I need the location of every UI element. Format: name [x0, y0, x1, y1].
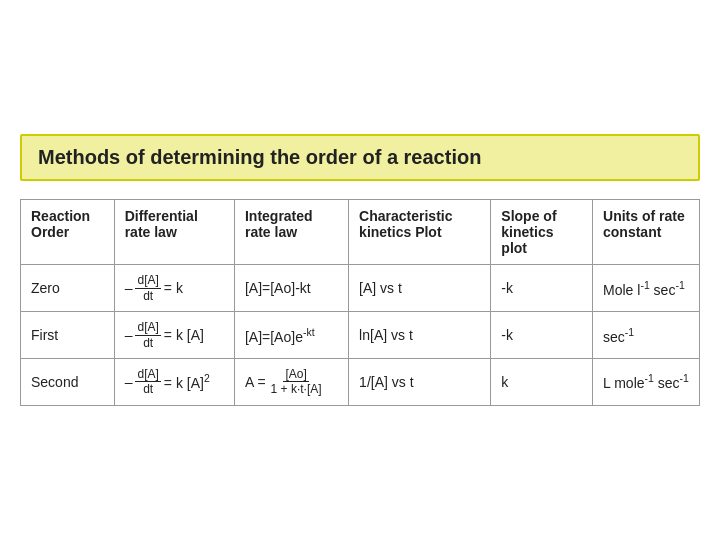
header-characteristic: Characteristic kinetics Plot — [349, 200, 491, 265]
order-second: Second — [21, 358, 115, 405]
plot-first: ln[A] vs t — [349, 312, 491, 359]
differential-zero: – d[A] dt = k — [114, 265, 234, 312]
order-zero: Zero — [21, 265, 115, 312]
integrated-first: [A]=[Ao]e-kt — [234, 312, 348, 359]
differential-second: – d[A] dt = k [A]2 — [114, 358, 234, 405]
reaction-table: Reaction Order Differential rate law Int… — [20, 199, 700, 405]
header-slope: Slope of kinetics plot — [491, 200, 593, 265]
row-second: Second – d[A] dt = k [A]2 A — [21, 358, 700, 405]
header-units: Units of rate constant — [593, 200, 700, 265]
integrated-zero: [A]=[Ao]-kt — [234, 265, 348, 312]
slope-zero: -k — [491, 265, 593, 312]
plot-second: 1/[A] vs t — [349, 358, 491, 405]
row-zero: Zero – d[A] dt = k [A]=[Ao]-kt [A] vs t … — [21, 265, 700, 312]
plot-zero: [A] vs t — [349, 265, 491, 312]
header-integrated: Integrated rate law — [234, 200, 348, 265]
order-first: First — [21, 312, 115, 359]
page-title: Methods of determining the order of a re… — [20, 134, 700, 181]
slope-first: -k — [491, 312, 593, 359]
integrated-second: A = [Ao] 1 + k·t·[A] — [234, 358, 348, 405]
main-container: Methods of determining the order of a re… — [10, 124, 710, 415]
units-first: sec-1 — [593, 312, 700, 359]
header-differential: Differential rate law — [114, 200, 234, 265]
row-first: First – d[A] dt = k [A] [A]=[Ao]e-kt ln[… — [21, 312, 700, 359]
differential-first: – d[A] dt = k [A] — [114, 312, 234, 359]
header-reaction-order: Reaction Order — [21, 200, 115, 265]
units-zero: Mole l-1 sec-1 — [593, 265, 700, 312]
units-second: L mole-1 sec-1 — [593, 358, 700, 405]
slope-second: k — [491, 358, 593, 405]
